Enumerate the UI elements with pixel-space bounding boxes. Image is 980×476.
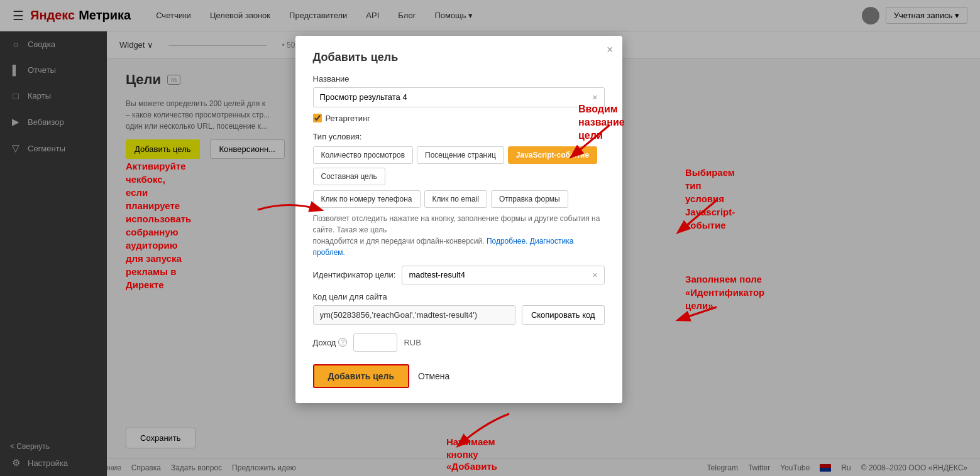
modal-close-button[interactable]: × [607, 43, 614, 57]
retargeting-label: Ретаргетинг [326, 114, 371, 123]
cond-js[interactable]: JavaScript-событие [508, 146, 597, 164]
identifier-input[interactable] [409, 270, 592, 279]
condition-buttons: Количество просмотров Посещение страниц … [313, 146, 605, 185]
cond-phone[interactable]: Клик по номеру телефона [313, 190, 421, 208]
name-input-row: × [313, 87, 605, 107]
modal-overlay: Добавить цель × Название × Ретаргетинг Т… [0, 0, 980, 476]
more-link[interactable]: Подробнее. [487, 237, 528, 246]
cond-email[interactable]: Клик по email [424, 190, 487, 208]
clear-identifier-icon[interactable]: × [592, 270, 597, 280]
code-input [313, 305, 515, 325]
revenue-label: Доход ? [313, 338, 348, 347]
add-goal-modal: Добавить цель × Название × Ретаргетинг Т… [295, 36, 622, 403]
revenue-input[interactable] [353, 333, 397, 352]
cond-composite[interactable]: Составная цель [313, 168, 385, 185]
cond-pages[interactable]: Посещение страниц [417, 146, 504, 164]
code-row: Скопировать код [313, 305, 605, 325]
copy-code-button[interactable]: Скопировать код [522, 305, 605, 325]
name-label: Название [313, 74, 605, 84]
cond-views[interactable]: Количество просмотров [313, 146, 414, 164]
identifier-label: Идентификатор цели: [313, 270, 396, 279]
identifier-input-wrap: × [402, 266, 604, 284]
name-input[interactable] [320, 92, 593, 102]
identifier-row: Идентификатор цели: × [313, 266, 605, 284]
revenue-currency: RUB [404, 338, 421, 347]
modal-title: Добавить цель [313, 51, 605, 64]
revenue-help-icon: ? [338, 338, 347, 347]
modal-footer: Добавить цель Отмена [313, 364, 605, 388]
retargeting-row: Ретаргетинг [313, 114, 605, 123]
cond-form[interactable]: Отправка формы [491, 190, 568, 208]
submit-goal-button[interactable]: Добавить цель [313, 364, 410, 388]
condition-description: Позволяет отследить нажатие на кнопку, з… [313, 213, 605, 258]
code-label: Код цели для сайта [313, 292, 605, 301]
retargeting-checkbox[interactable] [313, 114, 322, 122]
condition-label: Тип условия: [313, 132, 605, 141]
revenue-row: Доход ? RUB [313, 333, 605, 352]
cancel-button[interactable]: Отмена [418, 371, 449, 381]
condition-buttons-2: Клик по номеру телефона Клик по email От… [313, 190, 605, 208]
clear-name-icon[interactable]: × [592, 92, 597, 102]
diagnostics-link[interactable]: Диагностика проблем. [313, 237, 574, 257]
